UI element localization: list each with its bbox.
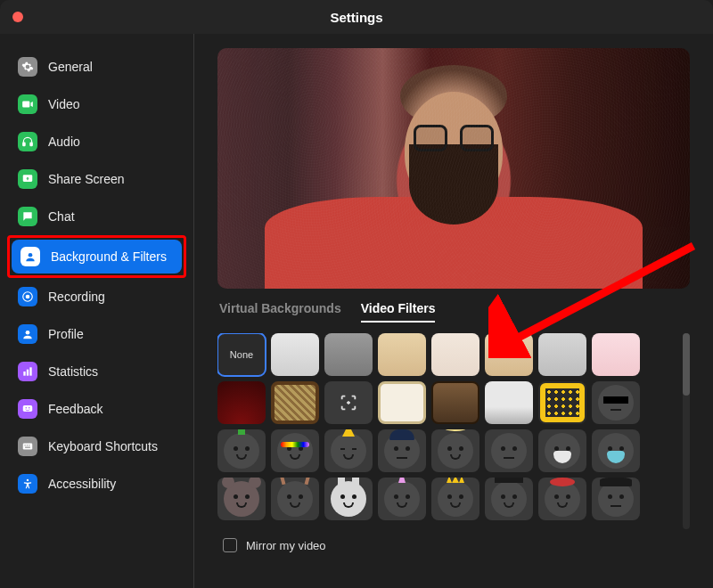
filter-rainbow[interactable] [271, 429, 319, 472]
filter-antlers[interactable] [271, 478, 319, 520]
filter-mouse-ears[interactable] [217, 478, 266, 520]
filter-crop[interactable] [324, 381, 373, 424]
svg-rect-9 [29, 367, 31, 375]
share-screen-icon [18, 169, 37, 189]
filter-tile[interactable] [324, 333, 373, 376]
sidebar-item-label: Chat [48, 209, 75, 224]
filter-cap[interactable] [378, 429, 426, 472]
filter-polaroid[interactable] [378, 381, 426, 424]
filter-theater-curtain[interactable] [217, 381, 266, 424]
filter-tile[interactable] [538, 333, 586, 376]
filter-tile[interactable] [431, 333, 479, 376]
sidebar-item-audio[interactable]: Audio [9, 125, 184, 159]
svg-rect-0 [23, 143, 25, 146]
sidebar-item-label: Audio [48, 135, 80, 149]
chat-icon [18, 207, 37, 226]
filter-crown[interactable] [431, 478, 479, 520]
feedback-icon [18, 399, 37, 419]
filter-tile[interactable] [592, 333, 640, 376]
svg-rect-16 [29, 445, 29, 445]
accessibility-icon [18, 474, 37, 494]
sidebar-item-statistics[interactable]: Statistics [9, 355, 184, 388]
window-title: Settings [0, 10, 713, 25]
filter-party-hat[interactable] [324, 429, 373, 472]
sidebar-item-background-filters[interactable]: Background & Filters [12, 240, 182, 274]
filter-tile[interactable] [485, 333, 533, 376]
filter-emoji-frame[interactable] [538, 381, 586, 424]
filter-retro-tv[interactable] [431, 381, 479, 424]
sidebar-item-label: Accessibility [48, 477, 116, 491]
filter-grad-cap[interactable] [485, 478, 533, 520]
titlebar: Settings [0, 0, 713, 34]
filter-sprout[interactable] [217, 429, 266, 472]
sidebar-item-label: Profile [48, 327, 84, 341]
sidebar-item-recording[interactable]: Recording [9, 280, 184, 314]
video-preview [217, 48, 690, 289]
sidebar-item-label: Share Screen [48, 172, 125, 186]
filter-pirate-hat[interactable] [592, 478, 640, 520]
sidebar: General Video Audio Share Screen Chat [0, 34, 194, 588]
filter-sunglasses[interactable] [592, 381, 640, 424]
svg-rect-7 [23, 372, 25, 376]
sidebar-item-accessibility[interactable]: Accessibility [9, 467, 184, 501]
sidebar-item-feedback[interactable]: Feedback [9, 392, 184, 426]
svg-rect-17 [25, 447, 30, 448]
svg-rect-13 [23, 444, 33, 450]
filter-tile[interactable] [271, 333, 319, 376]
filter-surgical-mask[interactable] [592, 429, 640, 472]
svg-rect-14 [25, 445, 26, 445]
sidebar-item-profile[interactable]: Profile [9, 317, 184, 351]
main-panel: Virtual Backgrounds Video Filters None [194, 34, 713, 588]
mirror-video-label: Mirror my video [246, 539, 326, 552]
tab-video-filters[interactable]: Video Filters [361, 301, 436, 323]
video-icon [18, 94, 37, 114]
svg-point-11 [25, 407, 27, 409]
filter-beret[interactable] [538, 478, 586, 520]
svg-point-12 [29, 407, 30, 409]
svg-rect-1 [30, 143, 32, 146]
svg-rect-15 [27, 445, 28, 445]
tab-virtual-backgrounds[interactable]: Virtual Backgrounds [219, 301, 341, 323]
sidebar-item-general[interactable]: General [9, 50, 184, 84]
sidebar-item-chat[interactable]: Chat [9, 200, 184, 233]
sidebar-item-label: Keyboard Shortcuts [48, 439, 158, 453]
recording-icon [18, 287, 37, 306]
filter-n95-mask[interactable] [538, 429, 586, 472]
filter-tile[interactable] [378, 333, 426, 376]
filter-tabs: Virtual Backgrounds Video Filters [219, 301, 690, 323]
svg-point-18 [27, 479, 29, 481]
sidebar-item-video[interactable]: Video [9, 87, 184, 121]
filter-unicorn[interactable] [378, 478, 426, 520]
scrollbar-thumb[interactable] [683, 333, 690, 396]
svg-rect-8 [27, 370, 29, 376]
sidebar-item-label: General [48, 60, 93, 74]
headphones-icon [18, 132, 37, 151]
close-window-button[interactable] [12, 12, 23, 22]
sidebar-item-keyboard-shortcuts[interactable]: Keyboard Shortcuts [9, 429, 184, 463]
sidebar-item-label: Recording [48, 290, 105, 304]
traffic-lights [12, 12, 23, 22]
sidebar-item-share-screen[interactable]: Share Screen [9, 162, 184, 196]
filter-halo[interactable] [431, 429, 479, 472]
background-filters-icon [20, 247, 40, 266]
keyboard-icon [18, 437, 37, 456]
mirror-video-row: Mirror my video [217, 538, 690, 552]
svg-point-6 [26, 331, 30, 335]
gear-icon [18, 57, 37, 77]
sidebar-item-label: Feedback [48, 402, 102, 416]
sidebar-item-label: Video [48, 97, 80, 111]
sidebar-item-label: Statistics [48, 364, 98, 379]
filter-scrollbar[interactable] [683, 333, 690, 529]
annotation-highlight: Background & Filters [7, 235, 186, 278]
filter-bunny-ears[interactable] [324, 478, 373, 520]
filter-none[interactable]: None [217, 333, 266, 376]
filter-window[interactable] [485, 381, 533, 424]
svg-point-3 [29, 253, 33, 257]
profile-icon [18, 324, 37, 344]
filter-tv-static[interactable] [271, 381, 319, 424]
mirror-video-checkbox[interactable] [223, 538, 237, 552]
svg-point-5 [26, 295, 30, 299]
sidebar-item-label: Background & Filters [51, 249, 167, 264]
filter-neutral[interactable] [485, 429, 533, 472]
filter-grid: None [217, 333, 674, 529]
